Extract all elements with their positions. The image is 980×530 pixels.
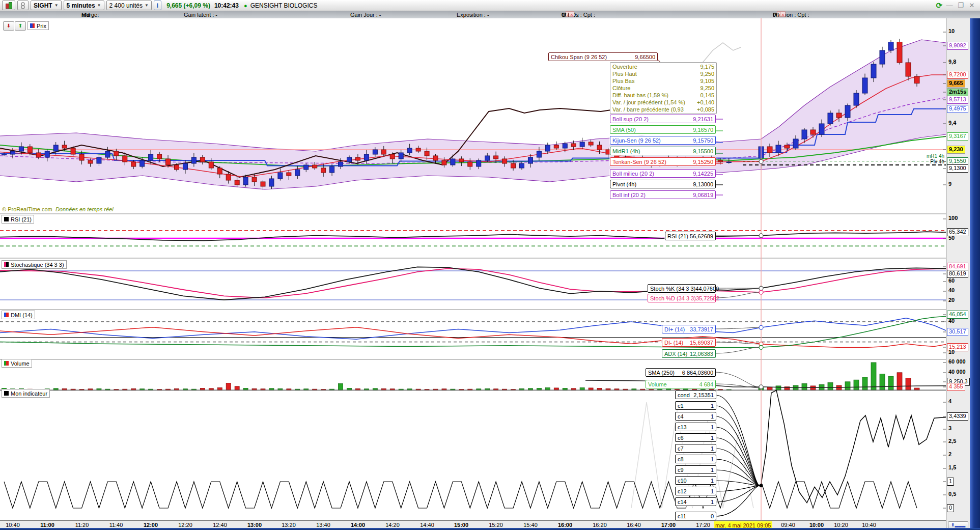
indicator-label: Kijun-Sen (9 26 52) (612, 137, 661, 144)
custom-wave-line (761, 482, 917, 508)
indicator-label: RSI (21) (667, 233, 688, 239)
cursor-marker (759, 290, 763, 294)
stoch-d-cursor-box: Stoch %D (34 3 3)35,72582 (648, 294, 716, 302)
ohlc-row: Var. / barre précédente (0,93 %)+0,085 (612, 106, 714, 113)
axis-value-badge: 3,4339 (947, 412, 968, 421)
tab-stochastic[interactable]: Stochastique (34 3 3) (2, 260, 67, 269)
axis-value-badge: 9,3167 (947, 132, 968, 141)
volume-bar (862, 377, 867, 390)
axis-label: 2,5 (947, 438, 958, 445)
axis-value-badge: 1 (947, 478, 954, 486)
indicator-label: DI+ (14) (664, 326, 685, 332)
candle-up (191, 157, 196, 163)
cursor-marker (759, 345, 763, 349)
axis-label: 9,4 (947, 120, 958, 127)
indicator-value: 4 684 (699, 381, 713, 387)
candle-up (871, 64, 876, 78)
indicator-label: Volume (648, 381, 667, 387)
price-indicator-box: Boll sup (20 2)9,21631 (610, 115, 716, 123)
indicator-value: 35,72582 (696, 295, 719, 301)
time-tick-label: 10:40 (862, 522, 876, 528)
candle-down (906, 63, 911, 76)
info-button[interactable]: i (154, 1, 161, 10)
candle-down (390, 154, 395, 159)
volume-bar (871, 362, 876, 390)
restore-button[interactable]: ❐ (957, 2, 965, 9)
ohlc-row: Plus Bas9,105 (612, 77, 714, 85)
indicator-label: c4 (678, 413, 684, 420)
account-bar: Marge: n/d Gain latent : - Gain Jour : -… (0, 11, 980, 19)
candle-down (252, 177, 257, 182)
candle-up (45, 151, 49, 157)
margin-info: Marge: n/d (81, 11, 90, 18)
tab-rsi[interactable]: RSI (21) (2, 215, 34, 224)
candle-up (819, 124, 824, 134)
candle-up (477, 160, 481, 166)
candle-down (571, 144, 576, 147)
time-tick-label: 15:20 (489, 522, 503, 528)
ohlc-row: Ouverture9,175 (612, 63, 714, 70)
indicator-value: 6 864,03600 (682, 370, 713, 376)
candle-up (802, 130, 807, 139)
candle-down (226, 174, 231, 180)
cancel-orders-icon[interactable]: ✕ (569, 11, 574, 17)
indicator-label: c14 (678, 499, 687, 505)
close-button[interactable]: ✕ (968, 2, 976, 9)
indicator-value: 1 (711, 456, 714, 462)
cursor-marker (759, 286, 763, 290)
tab-volume[interactable]: Volume (2, 359, 32, 368)
chart-canvas[interactable] (0, 18, 946, 520)
candle-down (494, 156, 498, 159)
refresh-icon[interactable]: ⟳ (936, 1, 942, 10)
indicator-value: 0 (711, 513, 714, 519)
candle-up (304, 165, 309, 170)
candle-up (373, 150, 377, 154)
timeframe-dropdown[interactable]: 5 minutes▼ (64, 1, 104, 10)
rsi-line (0, 232, 946, 241)
instrument-dropdown[interactable]: SIGHT▼ (31, 1, 62, 10)
price-axis[interactable]: 109,90929,89,72009,6652m15s9,57139,49759… (946, 18, 970, 530)
candle-up (364, 154, 369, 160)
volume-bar (854, 380, 859, 390)
time-tick-label: 12:40 (213, 522, 227, 528)
tab-custom-indicator[interactable]: Mon indicateur (2, 389, 50, 398)
current-time: 10:42:43 (214, 2, 239, 9)
volume-bar (243, 388, 248, 390)
chevron-down-icon: ▼ (145, 3, 149, 8)
position-info: Position : Cpt : 0✕ /RD : 0✕ (773, 11, 779, 18)
candle-down (416, 148, 421, 151)
volume-cursor-box: Volume4 684 (646, 380, 716, 388)
tab-price[interactable]: Prix (27, 21, 49, 30)
ohlc-label: Ouverture (612, 63, 637, 70)
units-label: 2 400 unités (109, 2, 143, 9)
indicator-label: DI- (14) (664, 340, 683, 346)
indicator-label: Boll sup (20 2) (612, 116, 649, 122)
indicator-value: 1 (711, 488, 714, 494)
indicator-label: c8 (678, 456, 684, 462)
window-frame (0, 528, 980, 530)
custom-panel-icon (4, 391, 9, 396)
candle-up (399, 153, 403, 159)
tab-dmi[interactable]: DMI (14) (2, 311, 35, 319)
indicator-value: 9,21631 (693, 116, 713, 122)
minimize-button[interactable]: — (945, 2, 954, 9)
price-indicator-box: Kijun-Sen (9 26 52)9,15750 (610, 136, 716, 145)
chevron-down-icon: ▼ (54, 3, 59, 8)
candle-up (243, 177, 248, 185)
custom-indicator-row: c81 (675, 455, 716, 463)
units-dropdown[interactable]: 2 400 unités▼ (106, 1, 152, 10)
link-button[interactable] (17, 1, 29, 10)
close-position-icon[interactable]: ✕ (780, 11, 786, 17)
candle-up (793, 139, 798, 148)
sell-button[interactable]: ⬇ (3, 21, 14, 31)
candle-up (149, 154, 153, 160)
candle-down (589, 142, 593, 145)
chart-type-button[interactable] (2, 1, 15, 10)
candle-up (269, 179, 274, 186)
indicator-label: c13 (678, 424, 687, 430)
indicator-value: 1 (711, 499, 714, 505)
axis-label: 2 (947, 451, 953, 458)
custom-indicator-row: c141 (675, 497, 716, 506)
buy-button[interactable]: ⬆ (15, 21, 26, 31)
candle-down (442, 160, 446, 165)
